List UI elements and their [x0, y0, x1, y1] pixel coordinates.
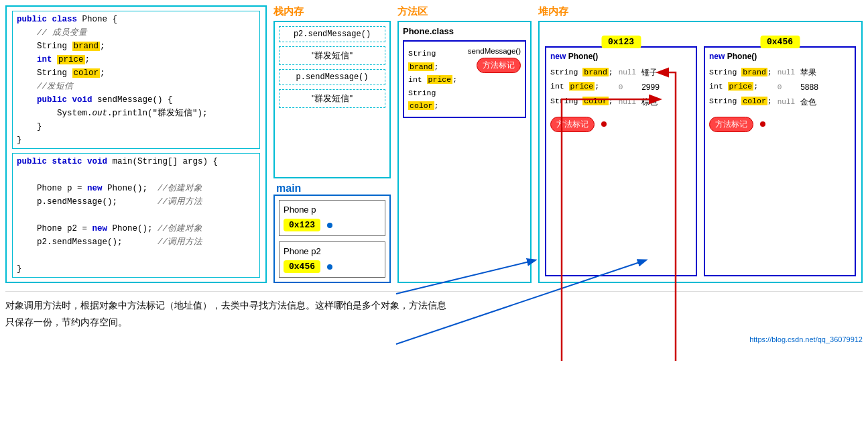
heap-method-badge-2: 方法标记 — [709, 117, 753, 132]
heap-values-2: 苹果 5888 金色 — [800, 65, 818, 110]
code-main-4: p.sendMessage(); //调用方法 — [17, 195, 255, 209]
stack-call-p: p.sendMessage() — [279, 69, 385, 85]
phone-class-inner: String brand; int price; String color; s… — [403, 40, 526, 118]
description: 对象调用方法时，根据对象中方法标记（地址值），去类中寻找方法信息。这样哪怕是多个… — [5, 291, 863, 347]
diagrams-area: 栈内存 p2.sendMessage() "群发短信" p.sendMessag… — [273, 5, 863, 283]
code-line-2: // 成员变量 — [17, 26, 255, 40]
phone-p2-dot — [327, 264, 332, 270]
source-url: https://blog.csdn.net/qq_36079912 — [5, 333, 863, 347]
field-color: String color; — [408, 87, 465, 113]
code-main-3: Phone p = new Phone(); //创建对象 — [17, 182, 255, 195]
phone-p-title: Phone p — [284, 205, 381, 215]
desc-line2: 只保存一份，节约内存空间。 — [5, 314, 863, 331]
phone-p-box: Phone p 0x123 — [279, 200, 385, 236]
heap-object-2: 0x456 new Phone() String brand; int pric… — [704, 46, 856, 276]
phone-p-dot — [327, 223, 332, 228]
stack-title: 栈内存 — [273, 5, 391, 18]
code-line-4: int price; — [17, 53, 255, 66]
heap-object-1: 0x123 new Phone() String brand; int pric… — [545, 46, 697, 276]
code-main-6: Phone p2 = new Phone(); //创建对象 — [17, 222, 255, 235]
field-brand: String brand; — [408, 47, 465, 73]
code-line-7: public void sendMessage() { — [17, 93, 255, 107]
method-outer: Phone.class String brand; int price; Str… — [397, 21, 532, 283]
code-line-9: } — [17, 120, 255, 133]
code-main-9: } — [17, 262, 255, 276]
code-main-2 — [17, 168, 255, 182]
heap-addr-1: 0x123 — [601, 36, 641, 48]
code-line-1: public class Phone { — [17, 13, 255, 26]
code-main-7: p2.sendMessage(); //调用方法 — [17, 235, 255, 249]
stack-outer: p2.sendMessage() "群发短信" p.sendMessage() … — [273, 21, 391, 178]
main-container: public class Phone { // 成员变量 String bran… — [0, 0, 868, 352]
heap-title: 堆内存 — [538, 5, 863, 18]
heap-addr-2: 0x456 — [760, 36, 800, 48]
code-main-8 — [17, 249, 255, 262]
phone-p2-addr: 0x456 — [284, 260, 320, 273]
stack-main-label: main — [273, 182, 391, 195]
heap-dot-1 — [601, 121, 607, 127]
phone-class-label: Phone.class — [403, 26, 526, 36]
phone-class-fields: String brand; int price; String color; — [408, 47, 465, 113]
stack-main-box: Phone p 0x123 Phone p2 0x456 — [273, 195, 391, 283]
heap-obj-2-title: new Phone() — [709, 52, 851, 61]
desc-line1: 对象调用方法时，根据对象中方法标记（地址值），去类中寻找方法信息。这样哪怕是多个… — [5, 297, 863, 314]
heap-method-badge-1: 方法标记 — [550, 117, 595, 132]
heap-obj-1-title: new Phone() — [550, 52, 692, 61]
code-main-5 — [17, 209, 255, 222]
code-line-3: String brand; — [17, 40, 255, 53]
top-section: public class Phone { // 成员变量 String bran… — [5, 5, 863, 283]
heap-nulls-2: null 0 null — [778, 65, 795, 110]
phone-p2-box: Phone p2 0x456 — [279, 241, 385, 278]
stack-call-p2: p2.sendMessage() — [279, 26, 385, 42]
stack-val-p2: "群发短信" — [279, 46, 385, 65]
stack-val-p: "群发短信" — [279, 89, 385, 108]
heap-outer: 0x123 new Phone() String brand; int pric… — [538, 21, 863, 283]
heap-fields-2: String brand; int price; String color; — [709, 65, 772, 110]
method-name-text: sendMessage() — [468, 47, 521, 55]
code-line-8: System.out.println("群发短信"); — [17, 107, 255, 120]
stack-section: 栈内存 p2.sendMessage() "群发短信" p.sendMessag… — [273, 5, 391, 283]
heap-values-1: 锤子 2999 棕色 — [641, 65, 660, 110]
phone-p-addr: 0x123 — [284, 219, 320, 231]
heap-section: 堆内存 0x123 new Phone() String brand; int … — [538, 5, 863, 283]
code-line-6: //发短信 — [17, 80, 255, 93]
method-badge: 方法标记 — [477, 58, 521, 73]
heap-dot-2 — [760, 121, 765, 127]
method-marker-box: String brand; int price; String color; s… — [408, 47, 521, 113]
code-line-5: String color; — [17, 66, 255, 80]
method-title: 方法区 — [397, 5, 532, 18]
phone-p2-title: Phone p2 — [284, 246, 381, 256]
heap-nulls-1: null 0 null — [619, 65, 636, 110]
code-main-box: public static void main(String[] args) {… — [12, 153, 260, 278]
code-line-10: } — [17, 133, 255, 147]
method-section: 方法区 Phone.class String brand; int price;… — [397, 5, 532, 283]
code-class-box: public class Phone { // 成员变量 String bran… — [12, 11, 260, 149]
code-panel: public class Phone { // 成员变量 String bran… — [5, 5, 267, 283]
code-main-1: public static void main(String[] args) { — [17, 155, 255, 168]
heap-fields-1: String brand; int price; String color; — [550, 65, 613, 110]
field-price: int price; — [408, 73, 465, 87]
